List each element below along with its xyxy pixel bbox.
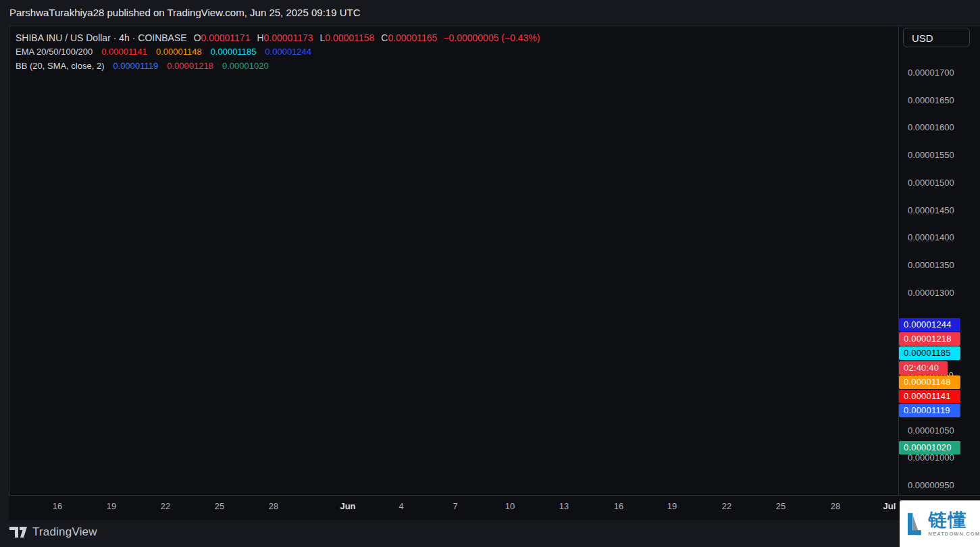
- time-tick-label: 25: [215, 501, 224, 511]
- time-tick-label: 19: [107, 501, 116, 511]
- price-level-chip: 0.00001119: [899, 404, 960, 417]
- publish-bar: ParshwaTurakhiya28 published on TradingV…: [0, 0, 980, 26]
- symbol-title[interactable]: SHIBA INU / US Dollar · 4h · COINBASE: [16, 32, 187, 43]
- time-tick-label: 28: [831, 501, 840, 511]
- price-tick-label: 0.00001700: [908, 68, 954, 78]
- time-tick-label: 13: [559, 501, 569, 511]
- ema-value: 0.00001244: [265, 47, 311, 57]
- tradingview-logo-link[interactable]: TradingView: [9, 525, 97, 539]
- ohlc-value: 0.00001165: [388, 32, 437, 43]
- neatdown-logo-icon: [908, 504, 923, 544]
- publish-text: ParshwaTurakhiya28 published on TradingV…: [9, 7, 360, 18]
- price-level-chip: 0.00001141: [899, 390, 960, 403]
- price-tick-label: 0.00001050: [908, 425, 954, 436]
- price-tick-label: 0.00001450: [908, 205, 954, 216]
- time-tick-label: 25: [776, 501, 785, 511]
- price-tick-label: 0.00001650: [908, 95, 954, 106]
- price-tick-label: 0.00001350: [908, 260, 954, 271]
- time-tick-label: 19: [667, 501, 677, 511]
- ohlc-letter: O: [194, 32, 201, 43]
- price-tick-label: 0.00001300: [908, 288, 954, 298]
- time-tick-label: Jun: [340, 501, 355, 511]
- neatdown-watermark: 链懂 NEATDOWN.COM: [900, 500, 980, 547]
- ohlc-letter: H: [257, 32, 263, 43]
- currency-toggle-button[interactable]: USD: [903, 28, 970, 47]
- watermark-cn-text: 链懂: [929, 511, 980, 529]
- price-tick-label: 0.00001500: [908, 178, 954, 188]
- tradingview-snapshot: ParshwaTurakhiya28 published on TradingV…: [0, 0, 980, 547]
- ohlc-value: 0.00001158: [325, 32, 374, 43]
- ema-value: 0.00001185: [211, 47, 257, 57]
- time-tick-label: Jul: [883, 501, 896, 511]
- time-tick-label: 7: [453, 501, 457, 511]
- price-level-chip: 0.00001185: [899, 346, 960, 360]
- price-level-chip: 0.00001244: [899, 318, 960, 332]
- ohlc-value: 0.00001173: [264, 32, 313, 43]
- time-tick-label: 22: [161, 501, 170, 511]
- bb-label[interactable]: BB (20, SMA, close, 2): [16, 61, 105, 71]
- time-tick-label: 22: [722, 501, 731, 511]
- time-axis[interactable]: 1619222528Jun4710131619222528Jul: [9, 495, 980, 520]
- ema-value: 0.00001141: [101, 47, 147, 57]
- ohlc-letter: C: [381, 32, 388, 43]
- price-tick-label: 0.00001400: [908, 232, 954, 243]
- bb-values: 0.000011190.000012180.00001020: [105, 61, 269, 71]
- ema-values: 0.000011410.000011480.000011850.00001244: [93, 47, 311, 57]
- bb-value: 0.00001020: [222, 61, 269, 71]
- ohlc-values: O0.00001171H0.00001173L0.00001158C0.0000…: [187, 32, 438, 43]
- price-tick-label: 0.00001600: [908, 122, 954, 133]
- ohlc-value: 0.00001171: [201, 32, 251, 43]
- bb-value: 0.00001218: [167, 61, 213, 71]
- change-value: −0.00000005 (−0.43%): [443, 32, 540, 43]
- tradingview-icon: [9, 527, 28, 538]
- price-axis[interactable]: USD 0.000017000.000016500.000016000.0000…: [898, 26, 980, 495]
- time-tick-label: 28: [269, 501, 278, 511]
- tradingview-brand-text: TradingView: [32, 525, 97, 539]
- bb-legend-row[interactable]: BB (20, SMA, close, 2) 0.000011190.00001…: [16, 59, 540, 73]
- time-tick-label: 16: [53, 501, 62, 511]
- price-level-chip: 0.00001218: [899, 332, 960, 346]
- time-tick-label: 16: [614, 501, 623, 511]
- price-chart-canvas[interactable]: [9, 26, 899, 496]
- bar-countdown-chip: 02:40:40: [899, 361, 948, 375]
- watermark-site-text: NEATDOWN.COM: [929, 531, 980, 537]
- chart-legend: SHIBA INU / US Dollar · 4h · COINBASE O0…: [16, 30, 540, 73]
- ema-legend-row[interactable]: EMA 20/50/100/200 0.000011410.000011480.…: [16, 45, 540, 59]
- ema-value: 0.00001148: [156, 47, 202, 57]
- price-tick-label: 0.00000950: [908, 480, 954, 491]
- price-level-chip: 0.00001020: [899, 441, 960, 454]
- ema-label[interactable]: EMA 20/50/100/200: [16, 47, 93, 57]
- price-level-chip: 0.00001148: [899, 375, 960, 389]
- footer-bar: TradingView: [0, 520, 980, 547]
- ohlc-letter: L: [320, 32, 326, 43]
- chart-pane[interactable]: SHIBA INU / US Dollar · 4h · COINBASE O0…: [9, 26, 898, 495]
- symbol-legend-row[interactable]: SHIBA INU / US Dollar · 4h · COINBASE O0…: [16, 30, 540, 45]
- price-tick-label: 0.00001550: [908, 150, 954, 161]
- time-tick-label: 10: [505, 501, 515, 511]
- time-tick-label: 4: [398, 501, 403, 511]
- bb-value: 0.00001119: [113, 61, 159, 71]
